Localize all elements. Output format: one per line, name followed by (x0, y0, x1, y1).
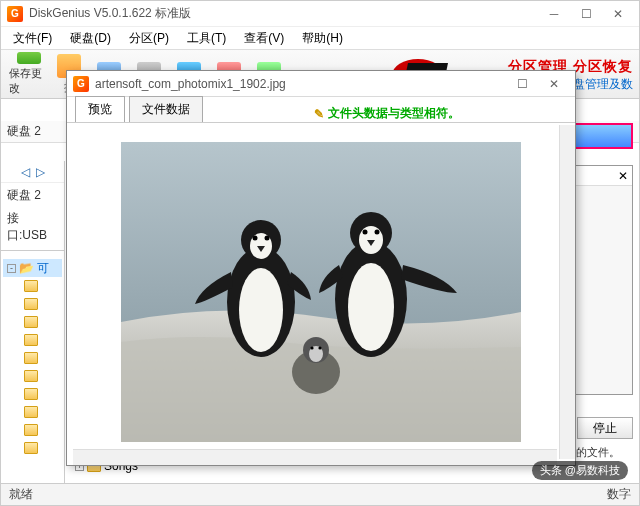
main-titlebar: G DiskGenius V5.0.1.622 标准版 ─ ☐ ✕ (1, 1, 639, 27)
tree-item[interactable] (3, 313, 62, 331)
status-right: 数字 (607, 486, 631, 503)
stop-button[interactable]: 停止 (577, 417, 633, 439)
tree-item[interactable] (3, 367, 62, 385)
preview-status: ✎ 文件头数据与类型相符。 (207, 105, 567, 122)
tree-item[interactable] (3, 295, 62, 313)
folder-icon (24, 442, 38, 454)
folder-icon (24, 406, 38, 418)
preview-maximize-button[interactable]: ☐ (507, 74, 537, 94)
folder-icon (24, 298, 38, 310)
svg-point-5 (239, 268, 283, 352)
close-button[interactable]: ✕ (603, 4, 633, 24)
disk-label: 硬盘 2 (7, 123, 41, 140)
tree-item[interactable] (3, 421, 62, 439)
collapse-icon[interactable]: - (7, 264, 16, 273)
maximize-button[interactable]: ☐ (571, 4, 601, 24)
main-title: DiskGenius V5.0.1.622 标准版 (29, 5, 539, 22)
preview-window: G artensoft_com_photomix1_1902.jpg ☐ ✕ 预… (66, 70, 576, 466)
svg-point-14 (363, 230, 368, 235)
app-icon: G (7, 6, 23, 22)
status-left: 就绪 (9, 486, 33, 503)
svg-point-11 (348, 263, 394, 351)
folder-icon (24, 388, 38, 400)
tree-item[interactable] (3, 277, 62, 295)
menu-disk[interactable]: 硬盘(D) (62, 28, 119, 49)
folder-icon (24, 352, 38, 364)
app-icon: G (73, 76, 89, 92)
preview-close-button[interactable]: ✕ (539, 74, 569, 94)
thumb-close-icon[interactable]: ✕ (618, 169, 628, 183)
minimize-button[interactable]: ─ (539, 4, 569, 24)
folder-icon (24, 316, 38, 328)
preview-status-text: 文件头数据与类型相符。 (328, 105, 460, 122)
menu-view[interactable]: 查看(V) (236, 28, 292, 49)
preview-tabs: 预览 文件数据 ✎ 文件头数据与类型相符。 (67, 97, 575, 123)
tree-item[interactable] (3, 439, 62, 457)
pencil-icon: ✎ (314, 107, 324, 121)
tree-item[interactable] (3, 331, 62, 349)
folder-icon (24, 424, 38, 436)
folder-icon (24, 334, 38, 346)
disk-name: 硬盘 2 (1, 183, 64, 208)
tree-item[interactable] (3, 349, 62, 367)
menu-help[interactable]: 帮助(H) (294, 28, 351, 49)
tree-root-label: 可 (37, 260, 49, 277)
interface-label: 接口:USB (1, 208, 64, 246)
vertical-scrollbar[interactable] (559, 125, 575, 459)
nav-fwd-icon[interactable]: ▷ (36, 165, 45, 179)
folder-tree[interactable]: - 📂 可 (1, 255, 64, 461)
tab-file-data[interactable]: 文件数据 (129, 96, 203, 122)
tree-item[interactable] (3, 385, 62, 403)
menubar: 文件(F) 硬盘(D) 分区(P) 工具(T) 查看(V) 帮助(H) (1, 27, 639, 49)
preview-image (121, 142, 521, 442)
save-label: 保存更改 (9, 66, 49, 96)
svg-point-20 (318, 346, 321, 349)
menu-file[interactable]: 文件(F) (5, 28, 60, 49)
svg-point-8 (253, 236, 258, 241)
svg-point-19 (310, 346, 313, 349)
window-controls: ─ ☐ ✕ (539, 4, 633, 24)
folder-open-icon: 📂 (19, 261, 34, 275)
watermark: 头条 @易数科技 (532, 461, 628, 480)
nav-controls: ◁ ▷ (1, 161, 64, 183)
horizontal-scrollbar[interactable] (73, 449, 557, 465)
preview-titlebar: G artensoft_com_photomix1_1902.jpg ☐ ✕ (67, 71, 575, 97)
tab-preview[interactable]: 预览 (75, 96, 125, 122)
preview-body (73, 125, 569, 459)
svg-point-15 (375, 230, 380, 235)
statusbar: 就绪 数字 (1, 483, 639, 505)
tree-root-row[interactable]: - 📂 可 (3, 259, 62, 277)
folder-icon (24, 280, 38, 292)
preview-title: artensoft_com_photomix1_1902.jpg (95, 77, 507, 91)
menu-partition[interactable]: 分区(P) (121, 28, 177, 49)
nav-back-icon[interactable]: ◁ (21, 165, 30, 179)
save-changes-button[interactable]: 保存更改 (9, 52, 49, 96)
svg-point-9 (265, 236, 270, 241)
left-panel: ◁ ▷ 硬盘 2 接口:USB - 📂 可 (1, 161, 65, 483)
tree-item[interactable] (3, 403, 62, 421)
folder-icon (24, 370, 38, 382)
save-icon (17, 52, 41, 64)
menu-tools[interactable]: 工具(T) (179, 28, 234, 49)
